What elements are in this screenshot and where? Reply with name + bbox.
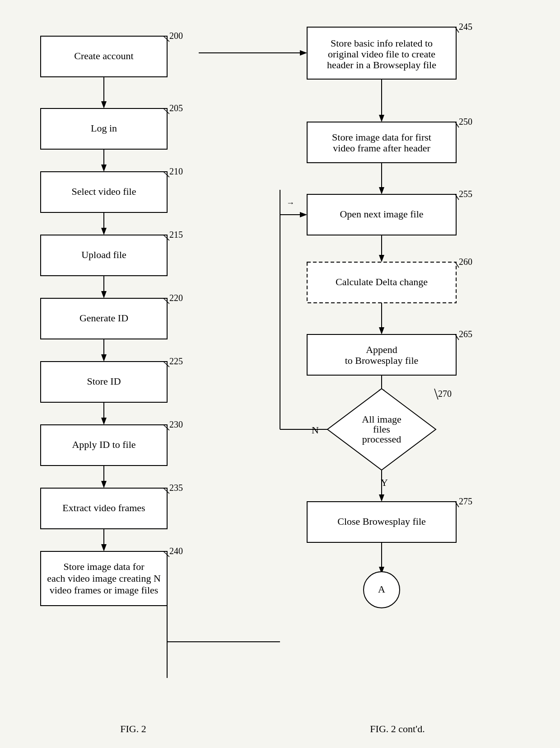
label-230: 230 (169, 419, 183, 429)
box-255-text: Open next image file (340, 208, 423, 220)
box-260-text: Calculate Delta change (336, 276, 428, 287)
label-205: 205 (169, 103, 183, 113)
label-215: 215 (169, 230, 183, 240)
label-250: 250 (459, 117, 472, 127)
box-230-text: Apply ID to file (72, 439, 135, 450)
box-250-text2: video frame after header (333, 142, 430, 154)
label-245: 245 (459, 22, 472, 32)
box-200-text: Create account (74, 50, 133, 61)
box-265-text1: Append (366, 344, 397, 355)
box-245-text2: original video file to create (328, 48, 435, 60)
label-240: 240 (169, 546, 183, 556)
n-label: N (312, 424, 319, 436)
box-275-text: Close Browesplay file (337, 516, 426, 527)
box-235-text: Extract video frames (62, 502, 145, 513)
arrow-right-marker: → (286, 198, 294, 207)
box-240-text2: each video image creating N (47, 573, 161, 584)
label-255: 255 (459, 189, 472, 199)
box-265-text2: to Browesplay file (345, 355, 419, 366)
label-260: 260 (459, 257, 472, 267)
box-210-text: Select video file (72, 186, 136, 197)
diamond-270-text3: processed (362, 433, 401, 445)
label-275: 275 (459, 496, 472, 506)
label-225: 225 (169, 356, 183, 366)
label-210: 210 (169, 166, 183, 176)
box-220-text: Generate ID (79, 312, 128, 324)
box-240-text1: Store image data for (64, 561, 145, 572)
connector-a-text: A (378, 583, 385, 595)
label-265: 265 (459, 329, 472, 339)
box-245-text3: header in a Browseplay file (327, 59, 436, 71)
fig-2-label: FIG. 2 (120, 723, 146, 734)
label-235: 235 (169, 483, 183, 493)
box-215-text: Upload file (81, 249, 126, 260)
box-240-text3: video frames or image files (50, 584, 159, 596)
box-225-text: Store ID (87, 376, 121, 387)
diagram-container: Create account 200 Log in 205 Select vid… (0, 0, 560, 748)
label-200: 200 (169, 31, 183, 41)
box-205-text: Log in (91, 122, 117, 134)
fig-2-cont-label: FIG. 2 cont'd. (370, 723, 425, 734)
label-220: 220 (169, 293, 183, 303)
box-245-text1: Store basic info related to (331, 38, 433, 49)
box-250-text1: Store image data for first (332, 132, 431, 143)
label-270: 270 (438, 389, 452, 399)
